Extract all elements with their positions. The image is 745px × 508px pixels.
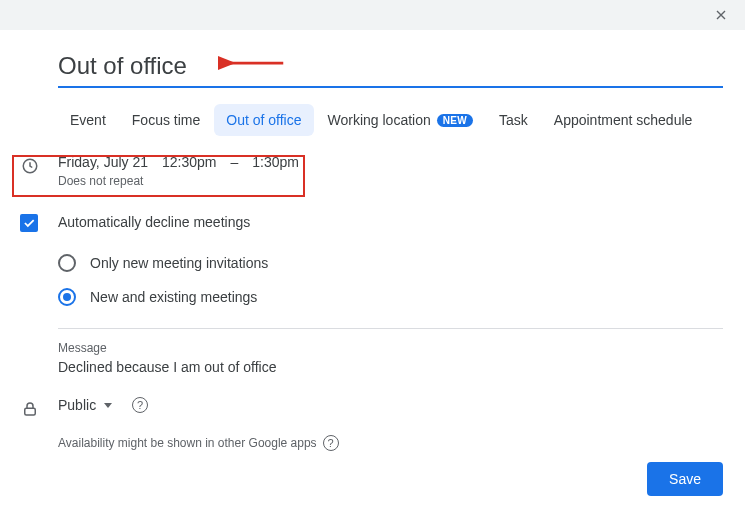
tab-focus-time[interactable]: Focus time — [120, 104, 212, 136]
save-button[interactable]: Save — [647, 462, 723, 496]
radio-label: New and existing meetings — [90, 289, 257, 305]
dialog-header-bar — [0, 0, 745, 30]
radio-icon — [58, 288, 76, 306]
availability-note: Availability might be shown in other Goo… — [58, 435, 723, 451]
tab-label: Task — [499, 112, 528, 128]
radio-label: Only new meeting invitations — [90, 255, 268, 271]
svg-rect-2 — [25, 408, 36, 415]
check-icon — [22, 216, 36, 230]
date-text[interactable]: Friday, July 21 — [58, 154, 148, 170]
radio-only-new[interactable]: Only new meeting invitations — [58, 246, 723, 280]
message-field-label: Message — [58, 341, 723, 355]
radio-new-and-existing[interactable]: New and existing meetings — [58, 280, 723, 314]
new-badge: NEW — [437, 114, 473, 127]
help-icon[interactable]: ? — [323, 435, 339, 451]
datetime-row[interactable]: Friday, July 21 12:30pm – 1:30pm Does no… — [58, 154, 723, 188]
end-time[interactable]: 1:30pm — [252, 154, 299, 170]
tab-label: Working location — [328, 112, 431, 128]
close-button[interactable] — [711, 5, 731, 25]
tab-event[interactable]: Event — [58, 104, 118, 136]
chevron-down-icon — [104, 403, 112, 408]
title-row — [58, 48, 723, 88]
clock-icon — [20, 156, 40, 176]
tab-label: Appointment schedule — [554, 112, 693, 128]
event-type-tabs: Event Focus time Out of office Working l… — [58, 104, 723, 136]
tab-label: Event — [70, 112, 106, 128]
message-field[interactable]: Declined because I am out of office — [58, 359, 723, 375]
visibility-value: Public — [58, 397, 96, 413]
repeat-text[interactable]: Does not repeat — [58, 174, 723, 188]
visibility-dropdown[interactable]: Public — [58, 397, 112, 413]
divider — [58, 328, 723, 329]
auto-decline-row: Automatically decline meetings Only new … — [58, 214, 723, 375]
start-time[interactable]: 12:30pm — [162, 154, 216, 170]
radio-icon — [58, 254, 76, 272]
tab-task[interactable]: Task — [487, 104, 540, 136]
close-icon — [713, 7, 729, 23]
tab-label: Focus time — [132, 112, 200, 128]
tab-label: Out of office — [226, 112, 301, 128]
tab-working-location[interactable]: Working location NEW — [316, 104, 485, 136]
visibility-row: Public ? — [58, 397, 723, 413]
event-title-input[interactable] — [58, 48, 723, 88]
availability-note-text: Availability might be shown in other Goo… — [58, 436, 317, 450]
tab-out-of-office[interactable]: Out of office — [214, 104, 313, 136]
help-icon[interactable]: ? — [132, 397, 148, 413]
decline-option-group: Only new meeting invitations New and exi… — [58, 246, 723, 314]
tab-appointment-schedule[interactable]: Appointment schedule — [542, 104, 705, 136]
auto-decline-label: Automatically decline meetings — [58, 214, 723, 230]
time-separator: – — [230, 154, 238, 170]
lock-icon — [20, 399, 40, 419]
auto-decline-checkbox[interactable] — [20, 214, 38, 232]
